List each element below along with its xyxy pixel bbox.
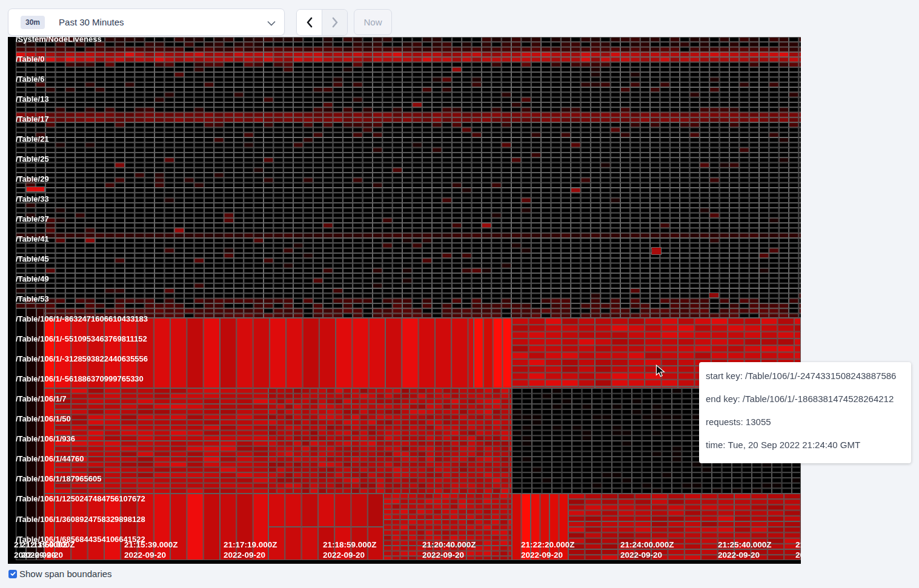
tooltip-time: time: Tue, 20 Sep 2022 21:24:40 GMT [706, 440, 906, 450]
tooltip-start-key: start key: /Table/106/1/-247433150824388… [706, 371, 906, 381]
prev-button[interactable] [297, 10, 322, 35]
chevron-left-icon [306, 17, 313, 28]
time-nav-group [296, 9, 348, 36]
tooltip-requests: requests: 13055 [706, 417, 906, 427]
footer-controls: Show span boundaries [8, 569, 112, 579]
next-button[interactable] [322, 10, 347, 35]
key-visualizer-heatmap[interactable] [8, 37, 801, 564]
time-range-badge: 30m [21, 16, 45, 29]
check-icon [10, 570, 16, 577]
hover-tooltip: start key: /Table/106/1/-247433150824388… [699, 362, 911, 463]
mouse-cursor [655, 365, 665, 378]
chevron-right-icon [331, 17, 339, 28]
now-button[interactable]: Now [354, 9, 392, 35]
time-range-dropdown[interactable]: 30m Past 30 Minutes [8, 8, 285, 36]
chevron-down-icon [267, 21, 276, 26]
key-visualizer-page: 30m Past 30 Minutes Now start key: /Tabl… [0, 0, 919, 588]
tooltip-end-key: end key: /Table/106/1/-18683814745282642… [706, 394, 906, 404]
time-range-label: Past 30 Minutes [59, 17, 124, 27]
show-span-boundaries-checkbox[interactable] [8, 570, 17, 578]
show-span-boundaries-label: Show span boundaries [19, 569, 112, 579]
